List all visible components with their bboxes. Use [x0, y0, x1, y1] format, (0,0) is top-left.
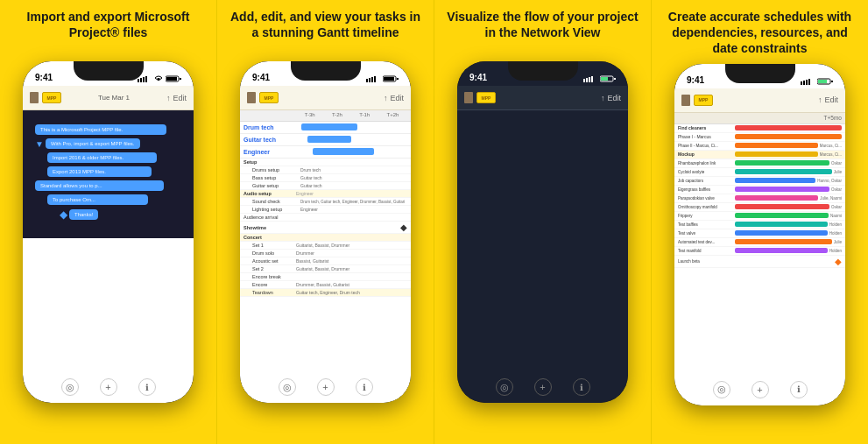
task-resource-sound: Drum tech, Guitar tech, Engineer, Drumme… [300, 200, 407, 204]
battery-icon-3 [600, 75, 616, 82]
resource-label-0: Drum tech [243, 124, 296, 130]
showtime-diamond: ◆ [400, 222, 407, 232]
eye-icon-2[interactable]: ◎ [279, 378, 296, 396]
phone-1-content: This is a Microsoft Project MPP file. ▼ … [23, 110, 194, 238]
schedule-row-atd: Automated test dev... Julie [674, 238, 845, 247]
status-icons-4 [801, 78, 833, 85]
edit-label-4: Edit [824, 95, 838, 104]
task-resource-audio: Engineer [296, 191, 314, 196]
schedule-bar-or [735, 204, 829, 209]
gantt-timeline-header: T-3h T-2h T-1h T+2h [296, 112, 407, 119]
schedule-bar-jc [735, 178, 815, 183]
svg-rect-2 [143, 77, 145, 82]
bar-2 [313, 148, 374, 155]
schedule-task-jc: Job capacitors [678, 179, 735, 183]
share-icon-2: ↑ [384, 94, 388, 102]
panel1-title: Import and export Microsoft Project® fil… [7, 9, 209, 54]
gantt-task-encorebreak: Encore break [240, 273, 411, 281]
mpp-node-5: To purchase Om... [47, 194, 181, 205]
header-icons-3: MPP [464, 92, 496, 103]
add-icon-3[interactable]: + [534, 378, 552, 396]
task-name-drumsolo: Drum solo [252, 250, 296, 256]
svg-rect-12 [384, 77, 394, 81]
schedule-res-tv: Holden [829, 231, 842, 236]
status-icons-3 [583, 75, 616, 82]
svg-rect-10 [374, 76, 376, 82]
mpp-node-2: Import 2016 & older MPP files. [47, 152, 181, 163]
phone-2: 9:41 MPP ↑ Edit [240, 61, 411, 403]
eye-icon-1[interactable]: ◎ [61, 378, 79, 396]
svg-rect-6 [180, 78, 181, 80]
task-resource-drumsolo: Drummer [296, 250, 314, 256]
header-edit-2[interactable]: ↑ Edit [384, 94, 404, 102]
gantt-tasks: Setup Drums setupDrum tech Bass setupGui… [240, 159, 411, 297]
resource-bar-0 [296, 123, 407, 131]
header-edit-1[interactable]: ↑ Edit [166, 94, 187, 102]
gantt-task-set2: Set 2Guitarist, Bassist, Drummer [240, 265, 411, 273]
svg-rect-32 [808, 79, 810, 85]
phone-1-header: MPP Tue Mar 1 ↑ Edit [23, 86, 194, 110]
schedule-bar-0 [735, 125, 842, 130]
schedule-task-eg: Eigengrass baffles [678, 187, 735, 192]
panel-import-export: Import and export Microsoft Project® fil… [0, 0, 217, 444]
time-label-2: T-1h [359, 112, 370, 119]
schedule-bar-2 [735, 143, 818, 148]
phone-4-header: MPP ↑ Edit [674, 88, 845, 113]
gantt-task-sound: Sound checkDrum tech, Guitar tech, Engin… [240, 198, 411, 206]
gantt-task-drumsolo: Drum soloDrummer [240, 250, 411, 257]
svg-rect-17 [591, 76, 593, 82]
gantt-resource-row-0: Drum tech [240, 122, 411, 134]
header-icons-1: MPP [30, 92, 61, 103]
schedule-bar-tv [735, 230, 828, 236]
svg-rect-14 [583, 79, 585, 82]
eye-icon-4[interactable]: ◎ [713, 381, 730, 398]
svg-rect-19 [601, 77, 608, 81]
schedule-task-1: Phase I - Marcus [678, 134, 735, 139]
phone-2-notch [291, 61, 361, 81]
info-icon-4[interactable]: ℹ [790, 381, 808, 398]
signal-icon [138, 75, 152, 82]
gantt-task-setup: Setup [240, 159, 411, 166]
gantt-resource-row-2: Engineer [240, 146, 411, 159]
info-icon-2[interactable]: ℹ [356, 378, 373, 396]
schedule-row-jc: Job capacitors Hanno, Oskar [674, 177, 845, 186]
task-name-setup: Setup [243, 159, 296, 165]
schedule-task-2: Phase II - Marcus, Ci... [678, 144, 735, 148]
status-time-1: 9:41 [35, 73, 53, 82]
bar-0 [301, 123, 357, 130]
schedule-task-or: Ornithoscopy manifold [678, 205, 735, 209]
svg-rect-35 [831, 81, 833, 82]
app-icon-2: MPP [259, 92, 279, 103]
header-edit-3[interactable]: ↑ Edit [601, 94, 621, 102]
add-icon-4[interactable]: + [752, 381, 769, 398]
svg-rect-13 [397, 78, 399, 80]
share-icon-3: ↑ [601, 94, 605, 102]
task-name-concert: Concert [243, 235, 262, 240]
schedule-res-rh: Oskar [831, 161, 842, 166]
info-icon-3[interactable]: ℹ [573, 378, 590, 396]
info-icon-1[interactable]: ℹ [138, 378, 156, 396]
schedule-bar-mockup [735, 152, 818, 157]
eye-icon-3[interactable]: ◎ [496, 378, 513, 396]
gantt-task-audience: Audience arrival [240, 214, 411, 222]
gantt-task-set1: Set 1Guitarist, Bassist, Drummer [240, 242, 411, 250]
task-resource-encore: Drummer, Bassist, Guitarist [296, 282, 349, 287]
phone-3: 9:41 MPP ↑ Edit [457, 61, 628, 403]
gantt-task-drums: Drums setupDrum tech [240, 166, 411, 174]
phone-3-notch [508, 61, 578, 81]
file-icon-1 [30, 92, 39, 103]
header-edit-4[interactable]: ↑ Edit [818, 95, 838, 104]
schedule-row-0: Find cleaners [674, 124, 845, 133]
phone-1-screen: 9:41 MPP Tue Mar 1 [23, 61, 194, 403]
add-icon-1[interactable]: + [100, 378, 117, 396]
schedule-bar-1 [735, 134, 842, 139]
task-resource-guitar: Guitar tech [300, 183, 321, 188]
gantt-task-bass: Bass setupGuitar tech [240, 174, 411, 182]
phone-1-bottom: ◎ + ℹ [23, 378, 194, 396]
schedule-task-cy: Cycloid axolyte [678, 170, 735, 174]
header-icons-4: MPP [681, 95, 713, 106]
add-icon-2[interactable]: + [317, 378, 335, 396]
panel-schedule: Create accurate schedules with dependenc… [652, 0, 868, 444]
phone-3-bottom: ◎ + ℹ [457, 378, 628, 396]
phone-2-screen: 9:41 MPP ↑ Edit [240, 61, 411, 403]
